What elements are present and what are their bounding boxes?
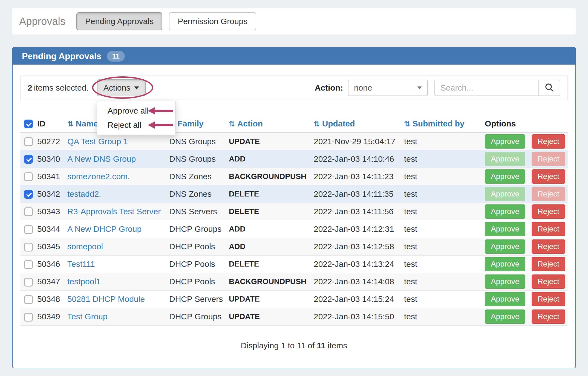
- cell-id: 50344: [33, 220, 64, 238]
- table-row[interactable]: 50349 Test Group DHCP Groups UPDATE 2022…: [20, 308, 568, 325]
- reject-button[interactable]: Reject: [532, 292, 565, 306]
- cell-family: DHCP Pools: [165, 255, 225, 273]
- approve-button[interactable]: Approve: [485, 222, 525, 236]
- item-link[interactable]: somepool: [67, 242, 103, 251]
- search-icon: [544, 83, 554, 93]
- table-row[interactable]: 50340 A New DNS Group DNS Groups ADD 202…: [20, 150, 568, 168]
- panel-header: Pending Approvals 11: [13, 48, 575, 65]
- cell-updated: 2021-Nov-29 15:04:17: [310, 132, 400, 150]
- reject-button[interactable]: Reject: [532, 152, 565, 166]
- item-link[interactable]: 50281 DHCP Module: [67, 294, 145, 303]
- approve-button[interactable]: Approve: [485, 169, 525, 184]
- annotation-arrow-reject-all: [154, 124, 173, 126]
- table-row[interactable]: 50344 A New DHCP Group DHCP Groups ADD 2…: [20, 220, 568, 238]
- table-row[interactable]: 50345 somepool DHCP Pools ADD 2022-Jan-0…: [20, 238, 568, 255]
- approve-button[interactable]: Approve: [485, 134, 525, 149]
- cell-family: DHCP Groups: [165, 308, 225, 325]
- approve-button[interactable]: Approve: [485, 187, 525, 201]
- cell-action: ADD: [225, 150, 310, 168]
- approve-button[interactable]: Approve: [485, 239, 525, 254]
- item-link[interactable]: A New DHCP Group: [67, 224, 142, 233]
- approve-button[interactable]: Approve: [485, 257, 525, 271]
- item-link[interactable]: A New DNS Group: [67, 154, 136, 163]
- cell-name: testadd2.: [64, 185, 165, 203]
- reject-button[interactable]: Reject: [532, 239, 565, 254]
- header-select-all-cell: [20, 115, 33, 132]
- table-row[interactable]: 50343 R3-Approvals Test Server DNS Serve…: [20, 203, 568, 220]
- approve-button[interactable]: Approve: [485, 310, 525, 324]
- row-checkbox[interactable]: [24, 172, 33, 181]
- table-row[interactable]: 50348 50281 DHCP Module DHCP Servers UPD…: [20, 290, 568, 308]
- action-select[interactable]: none: [348, 80, 428, 96]
- item-link[interactable]: testadd2.: [67, 189, 101, 198]
- reject-button[interactable]: Reject: [532, 310, 565, 324]
- cell-name: A New DNS Group: [64, 150, 165, 168]
- table-body: 50272 QA Test Group 1 DNS Groups UPDATE …: [20, 132, 568, 325]
- row-checkbox[interactable]: [24, 278, 33, 287]
- row-checkbox[interactable]: [24, 190, 33, 199]
- item-link[interactable]: QA Test Group 1: [67, 137, 128, 146]
- approve-button[interactable]: Approve: [485, 152, 525, 166]
- reject-button[interactable]: Reject: [532, 222, 565, 236]
- approve-button[interactable]: Approve: [485, 204, 525, 219]
- search-button[interactable]: [538, 80, 560, 96]
- cell-options: Approve Reject: [481, 238, 568, 255]
- table-row[interactable]: 50347 testpool1 DHCP Pools BACKGROUNDPUS…: [20, 273, 568, 290]
- reject-button[interactable]: Reject: [532, 187, 565, 201]
- row-checkbox[interactable]: [24, 295, 33, 304]
- sort-icon: ⇅: [314, 120, 320, 128]
- approve-button[interactable]: Approve: [485, 274, 525, 289]
- cell-updated: 2022-Jan-03 14:13:24: [310, 255, 400, 273]
- reject-button[interactable]: Reject: [532, 204, 565, 219]
- item-link[interactable]: Test111: [67, 259, 95, 268]
- item-link[interactable]: R3-Approvals Test Server: [67, 207, 161, 216]
- cell-name: R3-Approvals Test Server: [64, 203, 165, 220]
- item-link[interactable]: Test Group: [67, 312, 108, 321]
- checkbox-cell: [20, 238, 33, 255]
- checkbox-cell: [20, 290, 33, 308]
- reject-button[interactable]: Reject: [532, 169, 565, 184]
- cell-name: Test111: [64, 255, 165, 273]
- cell-updated: 2022-Jan-03 14:11:56: [310, 203, 400, 220]
- tab-permission-groups[interactable]: Permission Groups: [169, 12, 256, 30]
- table-row[interactable]: 50341 somezone2.com. DNS Zones BACKGROUN…: [20, 168, 568, 185]
- cell-updated: 2022-Jan-03 14:12:31: [310, 220, 400, 238]
- reject-button[interactable]: Reject: [532, 274, 565, 289]
- search-input[interactable]: [434, 80, 538, 96]
- column-header-updated[interactable]: ⇅Updated: [310, 115, 400, 132]
- table-row[interactable]: 50342 testadd2. DNS Zones DELETE 2022-Ja…: [20, 185, 568, 203]
- reject-button[interactable]: Reject: [532, 134, 565, 149]
- checkbox-cell: [20, 185, 33, 203]
- reject-button[interactable]: Reject: [532, 257, 565, 271]
- column-header-action[interactable]: ⇅Action: [225, 115, 310, 132]
- row-checkbox[interactable]: [24, 260, 33, 269]
- cell-options: Approve Reject: [481, 185, 568, 203]
- cell-updated: 2022-Jan-03 14:10:46: [310, 150, 400, 168]
- row-checkbox[interactable]: [24, 207, 33, 216]
- select-all-checkbox[interactable]: [24, 120, 33, 128]
- cell-action: UPDATE: [225, 290, 310, 308]
- cell-action: DELETE: [225, 203, 310, 220]
- row-checkbox[interactable]: [24, 155, 33, 164]
- column-header-submitted-by[interactable]: ⇅Submitted by: [400, 115, 481, 132]
- sort-icon: ⇅: [67, 120, 74, 128]
- menu-item-approve-all[interactable]: Approve all: [97, 104, 175, 118]
- table-row[interactable]: 50346 Test111 DHCP Pools DELETE 2022-Jan…: [20, 255, 568, 273]
- tab-pending-approvals[interactable]: Pending Approvals: [76, 12, 162, 30]
- cell-options: Approve Reject: [481, 168, 568, 185]
- actions-dropdown-button[interactable]: Actions: [97, 79, 146, 96]
- cell-id: 50341: [33, 168, 64, 185]
- row-checkbox[interactable]: [24, 225, 33, 234]
- item-link[interactable]: somezone2.com.: [67, 172, 130, 181]
- item-link[interactable]: testpool1: [67, 277, 101, 286]
- approve-button[interactable]: Approve: [485, 292, 525, 306]
- cell-action: DELETE: [225, 185, 310, 203]
- row-checkbox[interactable]: [24, 137, 33, 146]
- action-select-value: none: [354, 83, 372, 92]
- chevron-down-icon: [417, 86, 422, 89]
- menu-item-reject-all[interactable]: Reject all: [97, 118, 175, 132]
- actions-button-label: Actions: [103, 83, 130, 92]
- cell-name: A New DHCP Group: [64, 220, 165, 238]
- row-checkbox[interactable]: [24, 313, 33, 322]
- row-checkbox[interactable]: [24, 243, 33, 251]
